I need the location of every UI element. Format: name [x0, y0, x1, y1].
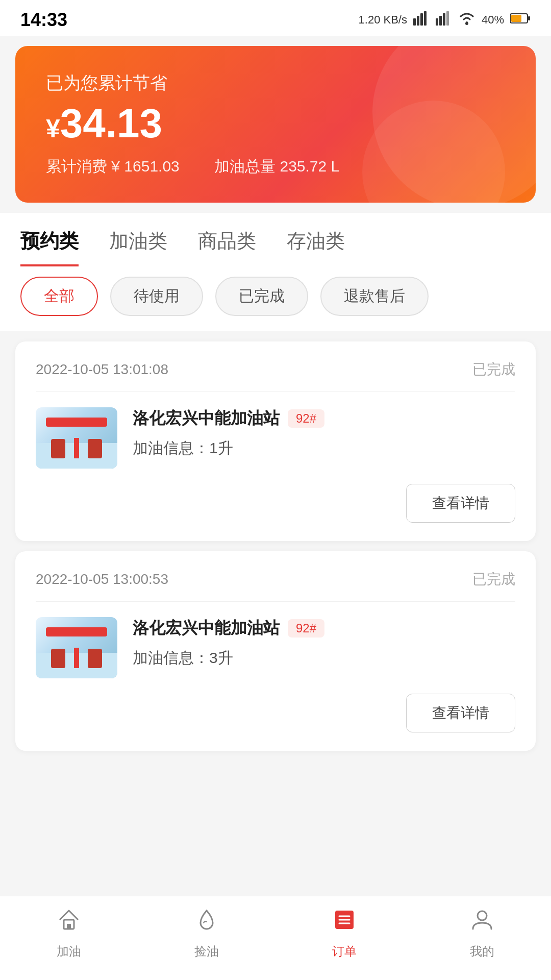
- battery-text: 40%: [482, 13, 504, 27]
- status-filter: 全部 待使用 已完成 退款售后: [0, 266, 551, 331]
- order-info-2: 洛化宏兴中能加油站 92# 加油信息：3升: [133, 617, 515, 669]
- wifi-icon: [458, 11, 475, 29]
- filter-refund[interactable]: 退款售后: [320, 277, 429, 316]
- status-icons: 1.20 KB/s 40%: [359, 11, 531, 29]
- savings-amount: 34.13: [60, 101, 162, 146]
- tab-cunyou[interactable]: 存油类: [287, 228, 345, 266]
- battery-icon: [510, 13, 531, 27]
- orders-list: 2022-10-05 13:01:08 已完成 洛化宏兴中能加油站 92# 加油…: [0, 331, 551, 761]
- banner-amount: ¥34.13: [46, 103, 510, 144]
- order-info-1: 洛化宏兴中能加油站 92# 加油信息：1升: [133, 407, 515, 459]
- tab-yueyue[interactable]: 预约类: [20, 228, 79, 266]
- network4g-icon: [436, 11, 452, 29]
- svg-rect-0: [413, 18, 416, 26]
- svg-rect-2: [420, 13, 423, 26]
- nav-label-mine: 我的: [470, 943, 494, 960]
- person-icon: [469, 906, 495, 939]
- station-name-1: 洛化宏兴中能加油站 92#: [133, 407, 515, 430]
- order-card-2: 2022-10-05 13:00:53 已完成 洛化宏兴中能加油站 92# 加油…: [15, 551, 536, 751]
- status-bar: 14:33 1.20 KB/s: [0, 0, 551, 36]
- order-image-2: [36, 617, 117, 678]
- detail-btn-1[interactable]: 查看详情: [406, 484, 515, 523]
- svg-rect-6: [443, 13, 445, 26]
- fuel-total: 加油总量 235.72 L: [214, 158, 339, 175]
- banner-stats: 累计消费 ¥ 1651.03 加油总量 235.72 L: [46, 156, 510, 177]
- nav-jiayou[interactable]: 加油: [56, 906, 82, 960]
- order-card-1: 2022-10-05 13:01:08 已完成 洛化宏兴中能加油站 92# 加油…: [15, 341, 536, 541]
- station-name-2: 洛化宏兴中能加油站 92#: [133, 617, 515, 640]
- filter-done[interactable]: 已完成: [215, 277, 308, 316]
- order-content-1: 洛化宏兴中能加油站 92# 加油信息：1升: [36, 407, 515, 469]
- filter-all[interactable]: 全部: [20, 277, 98, 316]
- home-icon: [56, 906, 82, 939]
- savings-banner: 已为您累计节省 ¥34.13 累计消费 ¥ 1651.03 加油总量 235.7…: [15, 46, 536, 203]
- nav-jieyou[interactable]: 捡油: [193, 906, 220, 960]
- bottom-nav: 加油 捡油 订单 我的: [0, 896, 551, 980]
- network-icon: [413, 11, 430, 29]
- order-status-1: 已完成: [472, 360, 515, 379]
- nav-mine[interactable]: 我的: [469, 906, 495, 960]
- tab-jiayou[interactable]: 加油类: [109, 228, 167, 266]
- signal-text: 1.20 KB/s: [359, 13, 407, 27]
- svg-rect-3: [424, 11, 427, 26]
- nav-label-order: 订单: [332, 943, 357, 960]
- order-content-2: 洛化宏兴中能加油站 92# 加油信息：3升: [36, 617, 515, 678]
- order-date-2: 2022-10-05 13:00:53: [36, 571, 168, 587]
- order-date-1: 2022-10-05 13:01:08: [36, 361, 168, 378]
- fuel-info-1: 加油信息：1升: [133, 438, 515, 459]
- status-time: 14:33: [20, 9, 67, 31]
- order-status-2: 已完成: [472, 570, 515, 589]
- svg-rect-1: [417, 16, 419, 26]
- filter-pending[interactable]: 待使用: [110, 277, 203, 316]
- order-icon: [331, 906, 358, 939]
- detail-btn-2[interactable]: 查看详情: [406, 694, 515, 732]
- svg-rect-13: [67, 924, 71, 929]
- svg-point-18: [478, 911, 487, 920]
- drop-icon: [193, 906, 220, 939]
- nav-label-jieyou: 捡油: [194, 943, 219, 960]
- nav-label-jiayou: 加油: [57, 943, 81, 960]
- order-header-1: 2022-10-05 13:01:08 已完成: [36, 360, 515, 392]
- order-footer-1: 查看详情: [36, 484, 515, 523]
- category-tabs: 预约类 加油类 商品类 存油类: [0, 213, 551, 266]
- fuel-info-2: 加油信息：3升: [133, 648, 515, 669]
- order-image-1: [36, 407, 117, 469]
- order-header-2: 2022-10-05 13:00:53 已完成: [36, 570, 515, 602]
- svg-point-8: [465, 22, 468, 25]
- svg-rect-11: [511, 15, 521, 22]
- fuel-badge-2: 92#: [288, 619, 324, 638]
- banner-subtitle: 已为您累计节省: [46, 71, 510, 95]
- nav-order[interactable]: 订单: [331, 906, 358, 960]
- fuel-badge-1: 92#: [288, 409, 324, 428]
- tab-shangpin[interactable]: 商品类: [198, 228, 256, 266]
- svg-rect-5: [439, 16, 442, 26]
- svg-rect-4: [436, 18, 438, 26]
- cumulative-spend: 累计消费 ¥ 1651.03: [46, 158, 180, 175]
- svg-rect-10: [528, 16, 530, 20]
- yuan-symbol: ¥: [46, 114, 60, 143]
- order-footer-2: 查看详情: [36, 694, 515, 732]
- svg-rect-7: [446, 11, 449, 26]
